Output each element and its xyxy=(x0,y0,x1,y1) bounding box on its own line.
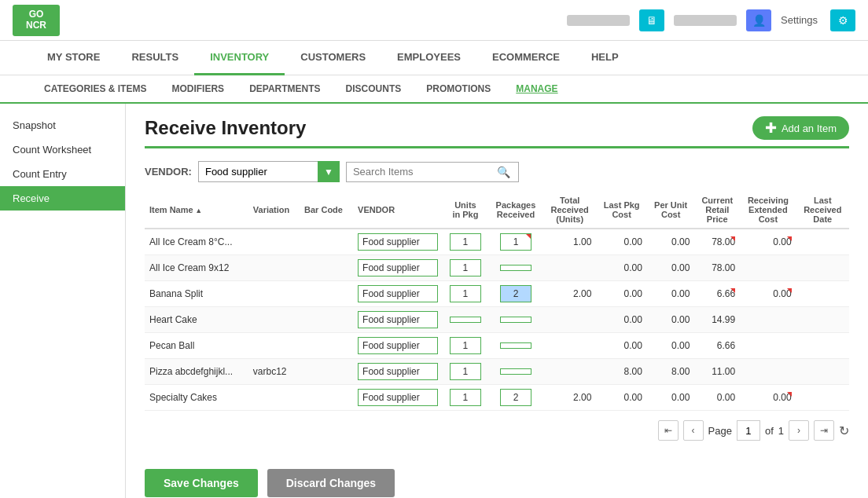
nav-inventory[interactable]: INVENTORY xyxy=(194,41,285,75)
table-row: Banana Split Food supplier 1 2 2.00 0.00… xyxy=(145,281,849,307)
search-box: 🔍 xyxy=(346,162,519,182)
cell-bar-code xyxy=(300,229,353,255)
cell-last-pkg-cost: 0.00 xyxy=(596,307,647,333)
cell-vendor: Food supplier xyxy=(353,359,443,385)
prev-page-btn[interactable]: ‹ xyxy=(683,420,704,441)
top-header: GONCR 🖥 👤 Settings ⚙ xyxy=(0,0,868,41)
cell-units-in-pkg: 1 xyxy=(443,385,488,411)
next-page-btn[interactable]: › xyxy=(789,420,809,441)
vendor-dropdown-btn[interactable]: ▼ xyxy=(318,161,340,182)
cell-receiving-extended-cost xyxy=(740,359,796,385)
logo-text: GONCR xyxy=(26,9,46,30)
nav-customers[interactable]: CUSTOMERS xyxy=(285,41,381,75)
nav-help[interactable]: HELP xyxy=(576,41,634,75)
cell-vendor: Food supplier xyxy=(353,229,443,255)
page-input[interactable] xyxy=(737,420,760,441)
cell-total-received xyxy=(543,307,596,333)
subnav-categories-items[interactable]: CATEGORIES & ITEMS xyxy=(31,77,159,101)
refresh-btn[interactable]: ↻ xyxy=(839,423,849,438)
cell-last-received-date xyxy=(796,333,849,359)
cell-bar-code xyxy=(300,333,353,359)
cell-current-retail-price: 0.00 xyxy=(694,385,740,411)
cell-vendor: Food supplier xyxy=(353,255,443,281)
cell-variation xyxy=(248,229,300,255)
user-icon-btn[interactable]: 👤 xyxy=(746,9,771,31)
cell-total-received: 2.00 xyxy=(543,385,596,411)
save-changes-button[interactable]: Save Changes xyxy=(145,469,258,497)
cell-last-received-date xyxy=(796,229,849,255)
subnav-discounts[interactable]: DISCOUNTS xyxy=(333,77,414,101)
cell-last-pkg-cost: 8.00 xyxy=(596,359,647,385)
cell-packages-received[interactable]: 1 xyxy=(488,229,543,255)
monitor-icon-btn[interactable]: 🖥 xyxy=(639,9,664,31)
nav-employees[interactable]: EMPLOYEES xyxy=(381,41,476,75)
nav-results[interactable]: RESULTS xyxy=(116,41,194,75)
cell-vendor: Food supplier xyxy=(353,385,443,411)
nav-my-store[interactable]: MY STORE xyxy=(31,41,116,75)
col-receiving-extended-cost: ReceivingExtendedCost xyxy=(740,192,796,229)
cell-last-received-date xyxy=(796,281,849,307)
search-button[interactable]: 🔍 xyxy=(495,166,512,178)
cell-packages-received[interactable] xyxy=(488,333,543,359)
col-last-pkg-cost: Last PkgCost xyxy=(596,192,647,229)
cell-packages-received[interactable]: 2 xyxy=(488,281,543,307)
add-item-label: Add an Item xyxy=(782,123,837,134)
subnav-modifiers[interactable]: MODIFIERS xyxy=(159,77,237,101)
col-bar-code: Bar Code xyxy=(300,192,353,229)
cell-item-name: Heart Cake xyxy=(145,307,248,333)
cell-vendor: Food supplier xyxy=(353,281,443,307)
inventory-table: Item Name Variation Bar Code VENDOR Unit… xyxy=(145,192,849,411)
cell-units-in-pkg: 1 xyxy=(443,281,488,307)
blurred-info-1 xyxy=(567,15,630,26)
gear-icon-btn[interactable]: ⚙ xyxy=(830,9,855,31)
first-page-btn[interactable]: ⇤ xyxy=(658,420,679,441)
cell-packages-received[interactable]: 2 xyxy=(488,385,543,411)
cell-packages-received[interactable] xyxy=(488,359,543,385)
cell-bar-code xyxy=(300,307,353,333)
cell-per-unit-cost: 0.00 xyxy=(647,333,694,359)
sidebar-item-count-worksheet[interactable]: Count Worksheet xyxy=(0,137,125,162)
cell-current-retail-price: 78.00 xyxy=(694,255,740,281)
subnav-promotions[interactable]: PROMOTIONS xyxy=(414,77,503,101)
add-item-button[interactable]: ✚ Add an Item xyxy=(752,116,849,140)
subnav-manage[interactable]: MANAGE xyxy=(503,77,570,101)
cell-last-received-date xyxy=(796,359,849,385)
cell-last-received-date xyxy=(796,385,849,411)
table-row: Specialty Cakes Food supplier 1 2 2.00 0… xyxy=(145,385,849,411)
cell-last-pkg-cost: 0.00 xyxy=(596,229,647,255)
of-label: of xyxy=(765,425,774,437)
discard-changes-button[interactable]: Discard Changes xyxy=(267,469,395,497)
col-packages-received: PackagesReceived xyxy=(488,192,543,229)
last-page-btn[interactable]: ⇥ xyxy=(814,420,834,441)
cell-variation xyxy=(248,255,300,281)
cell-packages-received[interactable] xyxy=(488,255,543,281)
cell-variation xyxy=(248,281,300,307)
col-per-unit-cost: Per UnitCost xyxy=(647,192,694,229)
cell-item-name: Pecan Ball xyxy=(145,333,248,359)
cell-total-received xyxy=(543,333,596,359)
cell-receiving-extended-cost: 0.00 xyxy=(740,229,796,255)
cell-item-name: All Ice Cream 8°C... xyxy=(145,229,248,255)
cell-last-received-date xyxy=(796,255,849,281)
sidebar-item-count-entry[interactable]: Count Entry xyxy=(0,162,125,186)
nav-ecommerce[interactable]: ECOMMERCE xyxy=(476,41,576,75)
col-item-name[interactable]: Item Name xyxy=(145,192,248,229)
search-input[interactable] xyxy=(353,166,495,178)
sidebar-item-snapshot[interactable]: Snapshot xyxy=(0,113,125,137)
col-vendor: VENDOR xyxy=(353,192,443,229)
table-row: Heart Cake Food supplier 0.00 0.00 14.99 xyxy=(145,307,849,333)
cell-per-unit-cost: 0.00 xyxy=(647,281,694,307)
cell-units-in-pkg: 1 xyxy=(443,359,488,385)
subnav-departments[interactable]: DEPARTMENTS xyxy=(237,77,333,101)
pagination-row: ⇤ ‹ Page of 1 › ⇥ ↻ xyxy=(145,420,849,441)
cell-current-retail-price: 11.00 xyxy=(694,359,740,385)
page-label: Page xyxy=(708,425,732,437)
cell-total-received xyxy=(543,359,596,385)
header-icons: 🖥 👤 Settings ⚙ xyxy=(567,9,855,31)
cell-packages-received[interactable] xyxy=(488,307,543,333)
page-title: Receive Inventory xyxy=(145,117,306,139)
col-current-retail-price: CurrentRetailPrice xyxy=(694,192,740,229)
sidebar-item-receive[interactable]: Receive xyxy=(0,186,125,211)
cell-per-unit-cost: 0.00 xyxy=(647,229,694,255)
table-row: All Ice Cream 8°C... Food supplier 1 1 1… xyxy=(145,229,849,255)
